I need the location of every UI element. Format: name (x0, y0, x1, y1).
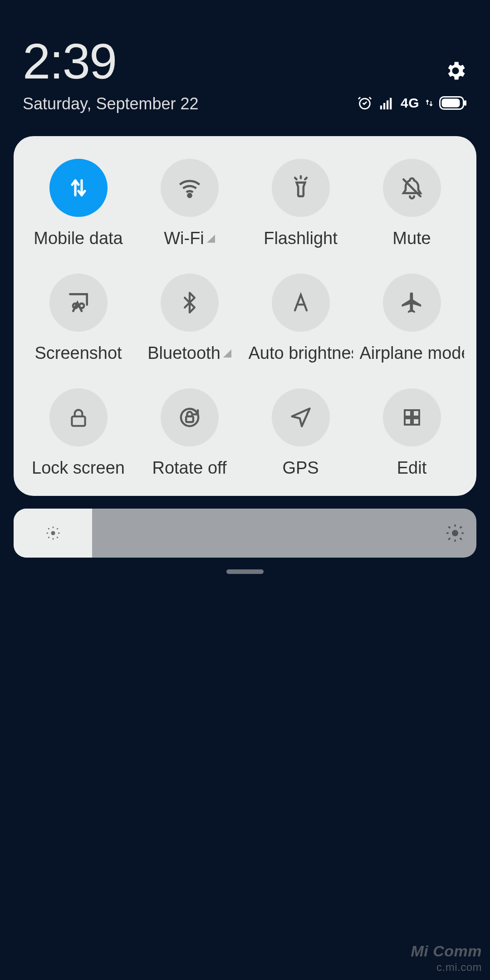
tile-flashlight[interactable]: Flashlight (245, 159, 356, 248)
settings-button[interactable] (444, 59, 467, 83)
header-right: 4G (357, 59, 467, 113)
svg-rect-13 (186, 416, 193, 422)
tile-label: Airplane mode (360, 343, 464, 363)
svg-point-8 (188, 194, 191, 197)
header: 2:39 Saturday, September 22 4G (0, 0, 490, 122)
auto-brightness-icon (272, 274, 330, 332)
header-left: 2:39 Saturday, September 22 (23, 36, 199, 113)
svg-rect-16 (405, 418, 411, 425)
svg-rect-15 (413, 410, 419, 416)
tiles-grid: Mobile data Wi-Fi Flashlight Mute Screen (23, 159, 467, 478)
tile-label: GPS (282, 458, 318, 478)
tile-lock-screen[interactable]: Lock screen (23, 388, 134, 478)
tile-label: Mobile data (34, 229, 122, 248)
quick-settings-panel: Mobile data Wi-Fi Flashlight Mute Screen (14, 136, 476, 496)
tile-label: Screenshot (34, 343, 122, 363)
svg-rect-4 (390, 98, 392, 110)
rotate-off-icon (161, 388, 219, 446)
tile-edit[interactable]: Edit (356, 388, 467, 478)
screenshot-icon (49, 274, 108, 332)
clock-date: Saturday, September 22 (23, 94, 199, 113)
svg-point-18 (51, 531, 55, 535)
status-bar: 4G (357, 95, 467, 111)
signal-icon (379, 95, 394, 111)
mute-icon (383, 159, 441, 217)
mobile-data-icon (49, 159, 108, 217)
tile-label: Flashlight (264, 229, 338, 248)
gps-icon (272, 388, 330, 446)
brightness-high-icon (446, 524, 465, 543)
watermark-line1: Mi Comm (411, 942, 482, 960)
svg-rect-6 (442, 99, 460, 108)
tile-label: Mute (392, 229, 431, 248)
tile-label: Wi-Fi (164, 229, 204, 248)
tile-wifi[interactable]: Wi-Fi (134, 159, 245, 248)
network-label: 4G (401, 95, 419, 111)
svg-rect-11 (72, 416, 85, 426)
airplane-icon (383, 274, 441, 332)
tile-rotate-off[interactable]: Rotate off (134, 388, 245, 478)
expand-indicator-icon (207, 235, 215, 243)
tile-label: Edit (397, 458, 426, 478)
tile-mute[interactable]: Mute (356, 159, 467, 248)
svg-rect-3 (387, 100, 388, 109)
svg-rect-14 (405, 410, 411, 416)
watermark-line2: c.mi.com (411, 961, 482, 974)
tile-gps[interactable]: GPS (245, 388, 356, 478)
tile-mobile-data[interactable]: Mobile data (23, 159, 134, 248)
svg-rect-1 (380, 106, 382, 110)
bluetooth-icon (161, 274, 219, 332)
drag-handle[interactable] (226, 569, 264, 574)
tile-label: Rotate off (152, 458, 226, 478)
battery-icon (439, 96, 467, 110)
tile-bluetooth[interactable]: Bluetooth (134, 274, 245, 363)
brightness-slider[interactable] (14, 509, 476, 558)
flashlight-icon (272, 159, 330, 217)
expand-indicator-icon (223, 349, 231, 358)
data-arrows-icon (426, 98, 433, 108)
clock-time: 2:39 (23, 36, 199, 86)
wifi-icon (161, 159, 219, 217)
gear-icon (444, 59, 467, 83)
svg-rect-2 (383, 103, 385, 109)
tile-label: Bluetooth (147, 343, 220, 363)
tile-screenshot[interactable]: Screenshot (23, 274, 134, 363)
svg-rect-17 (413, 418, 419, 425)
brightness-fill (14, 509, 92, 558)
brightness-low-icon (45, 525, 61, 541)
lock-icon (49, 388, 108, 446)
watermark: Mi Comm c.mi.com (411, 942, 482, 974)
svg-rect-7 (464, 100, 466, 106)
tile-airplane-mode[interactable]: Airplane mode (356, 274, 467, 363)
alarm-icon (357, 95, 372, 111)
edit-icon (383, 388, 441, 446)
tile-label: Auto brightness (249, 343, 353, 363)
tile-label: Lock screen (32, 458, 125, 478)
tile-auto-brightness[interactable]: Auto brightness (245, 274, 356, 363)
svg-point-19 (452, 530, 458, 536)
